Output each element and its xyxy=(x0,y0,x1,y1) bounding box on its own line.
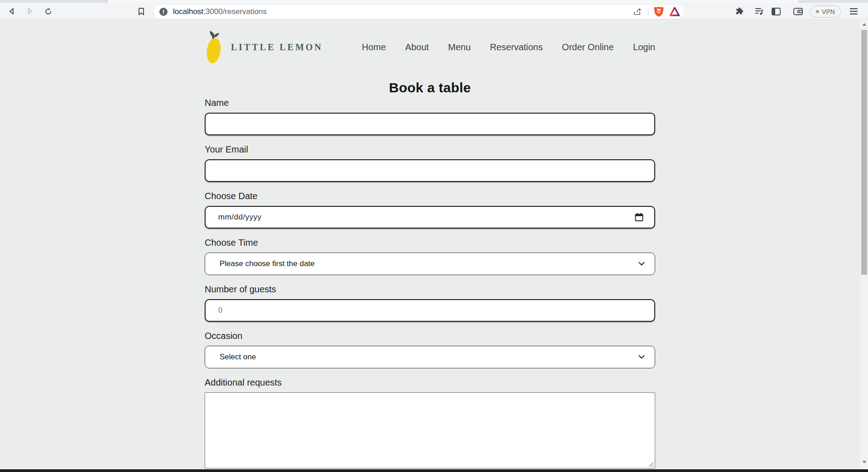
calendar-icon[interactable] xyxy=(635,213,643,222)
nav-item-menu[interactable]: Menu xyxy=(448,42,471,52)
window-bottom-edge xyxy=(0,469,868,472)
name-input[interactable] xyxy=(205,113,655,135)
playlist-button[interactable] xyxy=(752,4,767,19)
brave-rewards-bat-icon[interactable] xyxy=(669,7,680,17)
share-icon[interactable] xyxy=(633,8,643,16)
occasion-label: Occasion xyxy=(205,330,655,341)
vpn-status-dot xyxy=(816,10,819,13)
brand-name[interactable]: LITTLE LEMON xyxy=(231,42,323,52)
time-select[interactable]: Please choose first the date xyxy=(205,253,655,275)
url-bar[interactable]: ! localhost:3000/reservations xyxy=(154,5,684,19)
email-label: Your Email xyxy=(205,144,655,155)
time-label: Choose Time xyxy=(205,237,655,248)
vpn-label: VPN xyxy=(822,8,835,15)
wallet-button[interactable] xyxy=(791,4,805,19)
bookmark-icon xyxy=(138,8,144,15)
browser-menu-button[interactable] xyxy=(846,4,861,19)
scrollbar-thumb[interactable] xyxy=(861,30,867,275)
browser-toolbar: ! localhost:3000/reservations xyxy=(0,3,868,19)
extensions-button[interactable] xyxy=(732,4,747,19)
occasion-select[interactable]: Select one xyxy=(205,346,655,368)
back-icon xyxy=(8,8,15,15)
reload-button[interactable] xyxy=(41,4,55,19)
guests-label: Number of guests xyxy=(205,284,655,295)
vpn-button[interactable]: VPN xyxy=(810,5,841,18)
site-header: LITTLE LEMON Home About Menu Reservation… xyxy=(205,29,655,65)
requests-label: Additional requests xyxy=(205,377,655,388)
url-path: :3000/reservations xyxy=(203,7,267,16)
back-button[interactable] xyxy=(5,4,19,19)
guests-input[interactable] xyxy=(205,299,655,322)
bookmark-button[interactable] xyxy=(134,4,149,19)
url-text[interactable]: localhost:3000/reservations xyxy=(173,5,267,19)
hamburger-menu-icon xyxy=(850,8,858,14)
name-label: Name xyxy=(205,97,655,108)
scrollbar-down-arrow[interactable] xyxy=(860,458,868,466)
date-label: Choose Date xyxy=(205,191,655,201)
nav-item-about[interactable]: About xyxy=(405,42,429,52)
little-lemon-logo-icon[interactable] xyxy=(205,30,225,64)
url-host: localhost xyxy=(173,7,203,16)
nav-item-order-online[interactable]: Order Online xyxy=(562,42,614,52)
site-info-icon[interactable]: ! xyxy=(159,8,168,16)
occasion-select-value: Select one xyxy=(220,353,256,362)
playlist-icon xyxy=(755,7,764,15)
forward-icon xyxy=(26,8,34,15)
nav-item-login[interactable]: Login xyxy=(633,42,655,52)
page-viewport: LITTLE LEMON Home About Menu Reservation… xyxy=(0,19,860,469)
main-nav: Home About Menu Reservations Order Onlin… xyxy=(362,42,655,52)
date-placeholder: mm/dd/yyyy xyxy=(218,213,262,222)
time-select-value: Please choose first the date xyxy=(220,259,315,268)
chevron-down-icon xyxy=(638,262,645,266)
chevron-down-icon xyxy=(638,355,645,359)
email-input[interactable] xyxy=(205,159,655,182)
puzzle-icon xyxy=(735,7,744,16)
requests-textarea[interactable] xyxy=(205,392,655,468)
urlbar-divider xyxy=(648,8,648,16)
sidebar-button[interactable] xyxy=(769,4,783,19)
scrollbar-up-arrow[interactable] xyxy=(860,20,868,28)
sidebar-icon xyxy=(772,8,781,15)
nav-item-home[interactable]: Home xyxy=(362,42,386,52)
reload-icon xyxy=(44,8,52,15)
date-input[interactable]: mm/dd/yyyy xyxy=(205,206,655,229)
brave-shield-icon[interactable] xyxy=(654,6,664,17)
forward-button[interactable] xyxy=(23,4,37,19)
booking-form: Name Your Email Choose Date mm/dd/yyyy xyxy=(205,97,655,468)
wallet-icon xyxy=(793,8,803,15)
scrollbar[interactable] xyxy=(860,19,868,469)
page-title: Book a table xyxy=(205,80,655,95)
nav-item-reservations[interactable]: Reservations xyxy=(490,42,543,52)
